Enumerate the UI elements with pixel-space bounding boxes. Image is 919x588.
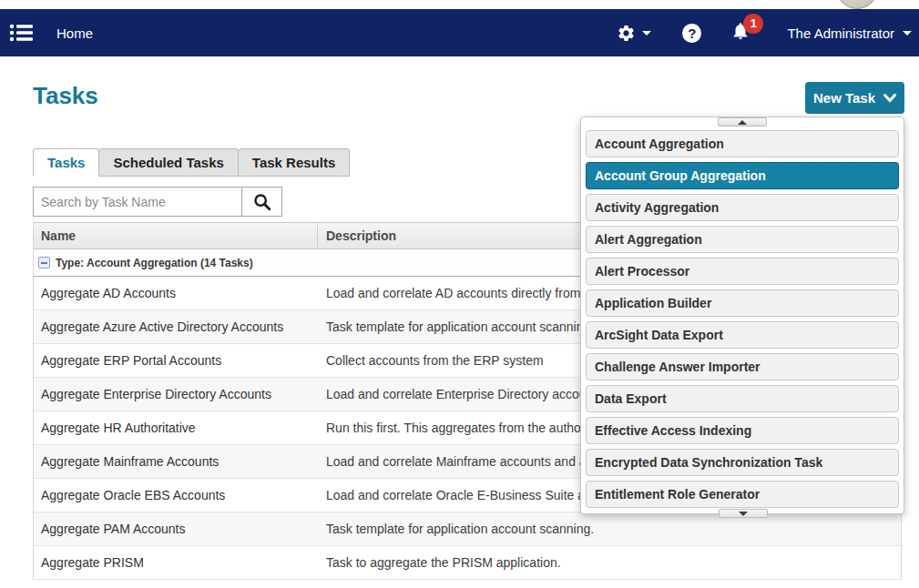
tab-bar: Tasks Scheduled Tasks Task Results	[33, 148, 350, 177]
triangle-down-icon	[739, 512, 748, 516]
task-name: Aggregate Oracle EBS Accounts	[34, 479, 318, 512]
task-name: Aggregate Azure Active Directory Account…	[34, 310, 318, 343]
task-name: Aggregate PRISM	[34, 546, 318, 579]
top-strip	[0, 0, 919, 9]
task-name: Aggregate AD Accounts	[34, 277, 318, 309]
tab-tasks[interactable]: Tasks	[33, 148, 99, 177]
dropdown-item[interactable]: Challenge Answer Importer	[586, 353, 899, 380]
scroll-down-button[interactable]	[719, 509, 768, 518]
dropdown-item[interactable]: ArcSight Data Export	[586, 321, 899, 349]
task-description: Task template for application account sc…	[318, 512, 901, 545]
chevron-down-icon	[883, 94, 896, 103]
tab-scheduled-tasks[interactable]: Scheduled Tasks	[99, 148, 238, 177]
dropdown-item[interactable]: Entitlement Role Generator	[586, 481, 899, 508]
search-bar	[33, 187, 282, 217]
table-row[interactable]: Aggregate PRISM Task to aggregate the PR…	[34, 546, 901, 580]
nav-home-link[interactable]: Home	[56, 25, 93, 41]
dropdown-item[interactable]: Application Builder	[586, 289, 899, 317]
task-name: Aggregate Mainframe Accounts	[34, 445, 318, 478]
dropdown-item[interactable]: Alert Processor	[586, 258, 899, 285]
page-title: Tasks	[33, 82, 98, 110]
task-name: Aggregate HR Authoritative	[34, 411, 318, 444]
task-name: Aggregate PAM Accounts	[34, 512, 318, 545]
tab-task-results[interactable]: Task Results	[239, 148, 350, 177]
table-row[interactable]: Aggregate PAM Accounts Task template for…	[34, 512, 901, 546]
settings-menu[interactable]	[617, 24, 651, 43]
task-name: Aggregate ERP Portal Accounts	[34, 344, 318, 377]
new-task-dropdown: Account Aggregation Account Group Aggreg…	[580, 117, 904, 514]
dropdown-item-selected[interactable]: Account Group Aggregation	[586, 162, 899, 189]
scroll-up-button[interactable]	[718, 117, 767, 127]
new-task-label: New Task	[813, 90, 875, 106]
dropdown-list: Account Aggregation Account Group Aggreg…	[581, 127, 904, 508]
dropdown-item[interactable]: Activity Aggregation	[586, 194, 899, 221]
notification-badge: 1	[743, 14, 763, 34]
navbar: Home ? 1 The Administrator	[0, 9, 919, 56]
dropdown-item[interactable]: Encrypted Data Synchronization Task	[586, 449, 899, 476]
user-name: The Administrator	[787, 25, 894, 41]
chevron-down-icon	[642, 31, 651, 35]
dropdown-item[interactable]: Account Aggregation	[586, 130, 899, 157]
search-input[interactable]	[33, 187, 242, 217]
task-name: Aggregate Enterprise Directory Accounts	[34, 378, 318, 411]
triangle-up-icon	[738, 120, 747, 125]
chevron-down-icon	[903, 31, 912, 35]
gear-icon	[617, 24, 636, 43]
task-description: Task to aggregate the PRISM application.	[318, 546, 901, 579]
dropdown-item[interactable]: Data Export	[586, 385, 899, 412]
help-icon[interactable]: ?	[682, 24, 701, 43]
dropdown-item[interactable]: Effective Access Indexing	[586, 417, 899, 444]
user-menu[interactable]: The Administrator	[787, 25, 912, 41]
new-task-button[interactable]: New Task	[805, 82, 904, 114]
notifications-button[interactable]: 1	[730, 20, 751, 46]
collapse-icon[interactable]	[38, 257, 50, 269]
group-header-label: Type: Account Aggregation (14 Tasks)	[56, 257, 253, 269]
menu-list-icon[interactable]	[9, 23, 33, 43]
column-header-name[interactable]: Name	[34, 223, 318, 248]
dropdown-item[interactable]: Alert Aggregation	[586, 226, 899, 253]
search-icon	[252, 192, 272, 212]
search-button[interactable]	[242, 187, 282, 217]
